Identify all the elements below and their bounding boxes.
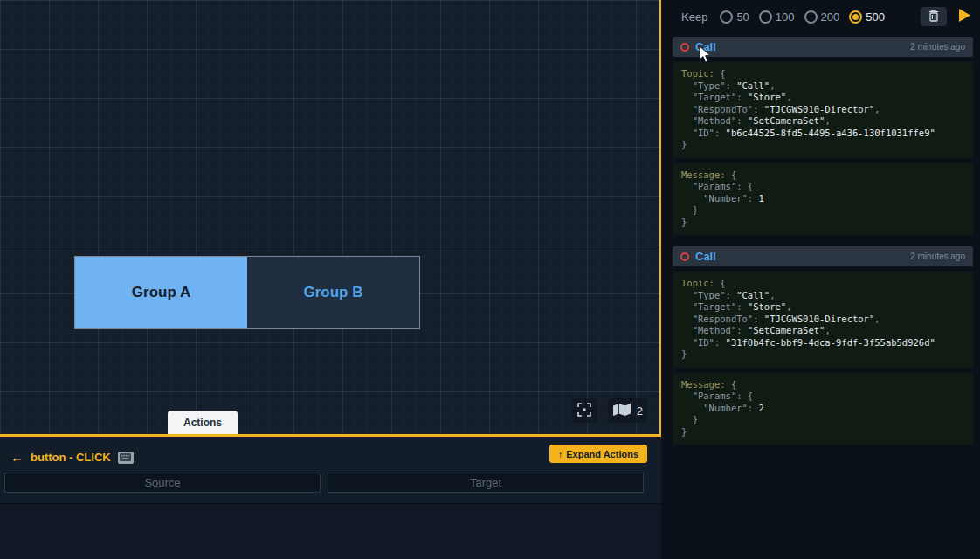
radio-icon xyxy=(720,10,733,24)
action-breadcrumb: ← button - CLICK xyxy=(10,450,134,465)
message-type-label: Call xyxy=(695,250,716,263)
message-card: Call 2 minutes ago Topic: { "Type": "Cal… xyxy=(673,37,973,235)
message-type-label: Call xyxy=(695,40,716,53)
message-card: Call 2 minutes ago Topic: { "Type": "Cal… xyxy=(673,246,973,445)
actions-panel-body xyxy=(0,503,661,559)
radio-icon xyxy=(804,10,818,24)
trash-icon xyxy=(928,10,939,24)
group-a-button[interactable]: Group A xyxy=(75,257,247,328)
topic-json: Topic: { "Type": "Call", "Target": "Stor… xyxy=(673,62,973,158)
radio-selected-icon xyxy=(849,10,862,24)
fit-view-button[interactable] xyxy=(571,398,597,423)
clear-messages-button[interactable] xyxy=(921,7,947,26)
message-list[interactable]: Call 2 minutes ago Topic: { "Type": "Cal… xyxy=(661,33,980,559)
keyboard-icon xyxy=(118,452,134,464)
keep-option-500[interactable]: 500 xyxy=(849,10,885,24)
keep-option-100[interactable]: 100 xyxy=(759,10,795,24)
fit-view-icon xyxy=(577,403,591,419)
group-b-button[interactable]: Group B xyxy=(247,257,419,328)
keep-option-label: 200 xyxy=(821,10,840,24)
expand-actions-button[interactable]: ↑ Expand Actions xyxy=(549,445,647,463)
status-ring-icon xyxy=(680,252,689,261)
actions-panel: ← button - CLICK ↑ Expand Actions xyxy=(0,437,661,559)
keep-bar: Keep 50 100 200 500 xyxy=(661,0,980,33)
target-input[interactable] xyxy=(328,473,644,493)
message-log-panel: Keep 50 100 200 500 xyxy=(661,0,980,559)
keep-option-label: 100 xyxy=(776,10,795,24)
message-json: Message: { "Params": { "Number": 2 } } xyxy=(673,373,973,445)
app-root: Group A Group B Actions xyxy=(0,0,980,559)
expand-actions-label: Expand Actions xyxy=(566,449,638,459)
keep-option-label: 500 xyxy=(866,10,885,24)
topic-label: Topic: xyxy=(681,278,720,288)
radio-icon xyxy=(759,10,772,24)
message-label: Message: xyxy=(681,169,731,180)
status-ring-icon xyxy=(680,43,689,52)
keep-option-label: 50 xyxy=(736,10,749,24)
canvas-toolbar: 2 xyxy=(571,398,647,423)
action-title: button - CLICK xyxy=(31,451,111,464)
keep-label: Keep xyxy=(681,10,707,24)
expand-arrow-icon: ↑ xyxy=(558,449,563,459)
play-icon xyxy=(958,8,971,25)
topic-json: Topic: { "Type": "Call", "Target": "Stor… xyxy=(673,272,973,368)
source-input[interactable] xyxy=(4,473,321,493)
map-icon xyxy=(612,403,631,419)
map-count: 2 xyxy=(637,404,643,418)
back-arrow-icon[interactable]: ← xyxy=(10,450,24,465)
message-timestamp: 2 minutes ago xyxy=(910,42,965,52)
message-label: Message: xyxy=(681,379,731,390)
topic-body: { "Type": "Call", "Target": "Store", "Re… xyxy=(681,278,935,359)
resume-feed-button[interactable] xyxy=(956,6,973,27)
keep-option-50[interactable]: 50 xyxy=(720,10,749,24)
keep-option-200[interactable]: 200 xyxy=(804,10,840,24)
message-card-header[interactable]: Call 2 minutes ago xyxy=(673,37,973,57)
topic-label: Topic: xyxy=(681,68,720,79)
topic-body: { "Type": "Call", "Target": "Store", "Re… xyxy=(681,68,935,149)
group-button-pair: Group A Group B xyxy=(74,256,420,329)
message-card-header[interactable]: Call 2 minutes ago xyxy=(673,246,973,266)
actions-tab[interactable]: Actions xyxy=(168,411,238,434)
message-json: Message: { "Params": { "Number": 1 } } xyxy=(673,163,973,236)
map-toggle-button[interactable]: 2 xyxy=(608,398,647,423)
message-timestamp: 2 minutes ago xyxy=(910,252,965,261)
stage-canvas[interactable]: Group A Group B Actions xyxy=(0,0,661,437)
